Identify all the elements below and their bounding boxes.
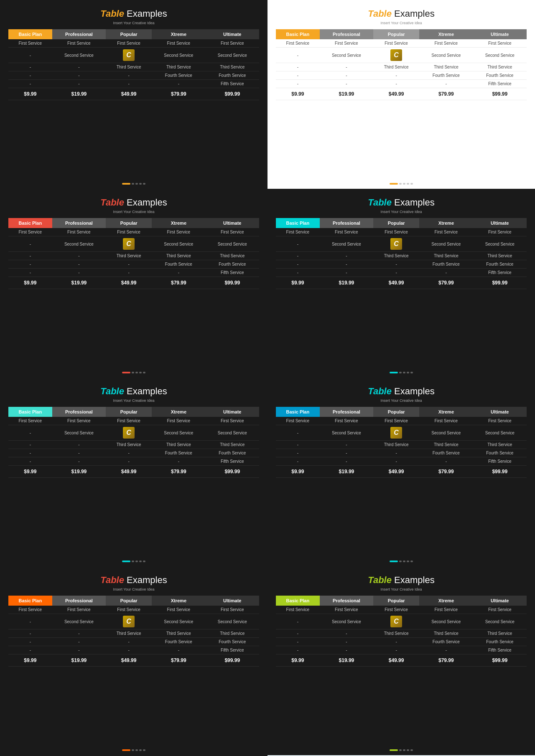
table-cell: First Service	[152, 39, 205, 48]
table-cell: -	[8, 638, 52, 646]
plan-header: Xtreme	[419, 407, 473, 417]
table-cell: -	[373, 646, 419, 655]
table-cell: Fifth Service	[473, 457, 527, 466]
table-cell: -	[52, 646, 106, 655]
table-cell: -	[276, 260, 320, 269]
price-cell: $19.99	[320, 466, 373, 478]
table-cell: -	[320, 646, 373, 655]
table-cell: -	[52, 629, 106, 638]
bottom-bar	[122, 372, 145, 373]
bar-active	[122, 561, 130, 562]
table-cell: -	[419, 269, 473, 277]
table-cell: -	[52, 260, 106, 269]
table-cell: Third Service	[419, 441, 473, 449]
plan-header: Basic Plan	[276, 29, 320, 39]
table-cell: Fourth Service	[473, 449, 527, 457]
plan-header: Popular	[373, 29, 419, 39]
bar-inactive	[403, 183, 405, 185]
table-cell: First Service	[419, 228, 473, 236]
plan-header: Popular	[373, 596, 419, 606]
bar-inactive	[403, 749, 405, 751]
table-row: ----Fifth Service	[276, 80, 527, 88]
table-cell: C	[106, 614, 152, 629]
price-cell: $99.99	[473, 655, 527, 667]
table-row: First ServiceFirst ServiceFirst ServiceF…	[276, 39, 527, 48]
price-row: $9.99$19.99$49.99$79.99$99.99	[8, 466, 259, 478]
bar-inactive	[403, 372, 405, 373]
table-cell: Second Service	[320, 48, 373, 63]
table-cell: Third Service	[106, 441, 152, 449]
bar-active	[390, 372, 398, 373]
price-cell: $99.99	[473, 466, 527, 478]
price-cell: $19.99	[320, 655, 373, 667]
price-cell: $79.99	[152, 466, 205, 478]
slide-subtitle: Insert Your Creative Idea	[276, 210, 527, 214]
title-table-word: Table	[368, 575, 392, 585]
table-cell: Second Service	[419, 425, 473, 441]
plan-header: Basic Plan	[276, 407, 320, 417]
table-cell: -	[8, 80, 52, 88]
table-cell: Fourth Service	[419, 71, 473, 80]
table-cell: -	[106, 449, 152, 457]
table-cell: Third Service	[373, 441, 419, 449]
price-table: Basic PlanProfessionalPopularXtremeUltim…	[8, 218, 259, 289]
c-logo-icon: C	[123, 238, 135, 250]
bar-inactive	[139, 749, 142, 751]
bar-inactive	[410, 749, 413, 751]
table-cell: Fifth Service	[206, 269, 259, 277]
table-row: ----Fifth Service	[8, 269, 259, 277]
table-cell: Third Service	[152, 252, 205, 260]
table-cell: Fourth Service	[206, 638, 259, 646]
plan-header: Professional	[320, 407, 373, 417]
table-cell: -	[373, 449, 419, 457]
slide-6: Table Examples Insert Your Creative Idea…	[268, 378, 535, 566]
table-cell: Third Service	[106, 629, 152, 638]
price-row: $9.99$19.99$49.99$79.99$99.99	[8, 655, 259, 667]
table-cell: -	[106, 260, 152, 269]
table-cell: Third Service	[419, 629, 473, 638]
table-cell: First Service	[52, 39, 106, 48]
table-cell: First Service	[473, 39, 527, 48]
table-cell: -	[373, 71, 419, 80]
table-cell: C	[106, 425, 152, 441]
price-cell: $49.99	[373, 88, 419, 100]
price-cell: $99.99	[473, 277, 527, 289]
slide-subtitle: Insert Your Creative Idea	[8, 210, 259, 214]
bar-inactive	[139, 372, 142, 373]
slide-title: Table Examples	[8, 575, 259, 586]
bar-inactive	[407, 183, 409, 185]
table-cell: First Service	[320, 39, 373, 48]
table-row: -Second ServiceCSecond ServiceSecond Ser…	[8, 614, 259, 629]
c-logo-icon: C	[390, 616, 402, 627]
table-cell: -	[8, 252, 52, 260]
table-cell: Fifth Service	[473, 646, 527, 655]
table-cell: -	[8, 449, 52, 457]
table-cell: -	[52, 63, 106, 71]
table-row: ---Fourth ServiceFourth Service	[8, 260, 259, 269]
bar-inactive	[135, 372, 138, 373]
table-cell: -	[320, 441, 373, 449]
table-cell: -	[276, 457, 320, 466]
slide-3: Table Examples Insert Your Creative Idea…	[0, 189, 268, 378]
title-examples-word: Examples	[124, 386, 167, 396]
title-table-word: Table	[100, 197, 124, 208]
table-cell: -	[52, 457, 106, 466]
plan-header: Popular	[373, 407, 419, 417]
table-cell: -	[8, 457, 52, 466]
price-cell: $9.99	[8, 655, 52, 667]
title-table-word: Table	[100, 8, 124, 19]
price-cell: $19.99	[320, 277, 373, 289]
table-row: --Third ServiceThird ServiceThird Servic…	[8, 252, 259, 260]
plan-header: Ultimate	[473, 29, 527, 39]
table-cell: First Service	[373, 39, 419, 48]
table-cell: Second Service	[206, 236, 259, 252]
title-examples-word: Examples	[392, 386, 435, 396]
table-cell: -	[276, 71, 320, 80]
bar-inactive	[143, 749, 145, 751]
table-cell: Fifth Service	[206, 80, 259, 88]
price-table: Basic PlanProfessionalPopularXtremeUltim…	[276, 596, 527, 667]
plan-header: Professional	[52, 29, 106, 39]
table-cell: -	[8, 646, 52, 655]
plan-header: Ultimate	[206, 407, 259, 417]
table-cell: -	[52, 80, 106, 88]
